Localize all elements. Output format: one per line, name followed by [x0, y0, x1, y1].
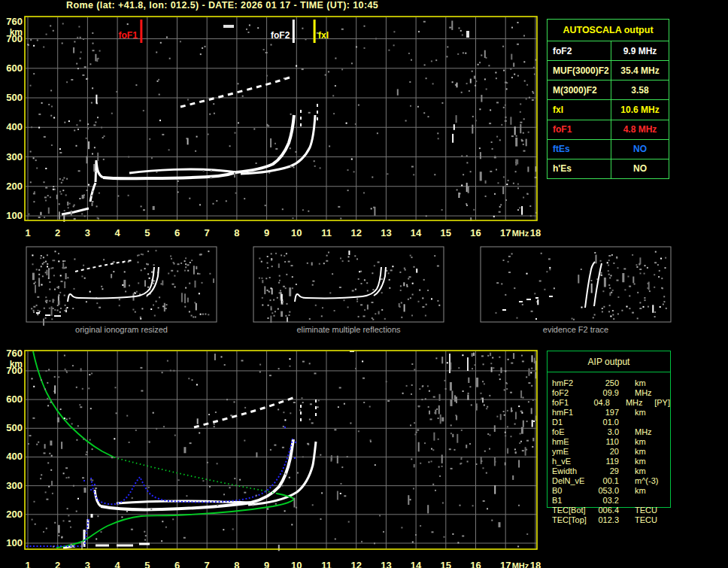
thumbnail3-caption: evidence F2 trace	[481, 325, 671, 334]
axis-tick-label: 18	[530, 560, 541, 568]
axis-tick-label: 16	[470, 227, 481, 238]
axis-tick-label: 11	[321, 560, 332, 568]
aip-row: hmE110km	[552, 437, 670, 447]
top-plot-gridlines	[26, 17, 536, 220]
f2-extraordinary-asymptote	[241, 115, 315, 174]
interference-dashes	[223, 26, 468, 38]
row-label: foF1	[548, 120, 611, 139]
plot-border	[25, 17, 537, 220]
axis-tick-label: 300	[6, 151, 23, 163]
axis-tick-label: 15	[441, 227, 451, 238]
axis-tick-label: 4	[114, 560, 120, 568]
thumbnail2-border	[253, 247, 444, 322]
thumb2-trace	[295, 267, 386, 302]
top-plot-noise	[27, 21, 537, 223]
aip-row: Ewidth29km	[552, 466, 670, 476]
axis-tick-label: 500	[6, 422, 23, 433]
table-row-fof2: foF2 9.9 MHz	[548, 41, 669, 61]
bot-f-trace-extraordinary	[117, 501, 251, 503]
axis-tick-label: 7	[205, 227, 210, 238]
aip-row: B103.2	[552, 496, 670, 506]
axis-tick-label: 7	[205, 560, 210, 568]
axis-tick-label: km	[10, 359, 23, 369]
bot-f1-cusp	[95, 490, 101, 506]
axis-tick-label: 14	[411, 560, 422, 568]
table-row-fof1: foF1 4.8 MHz	[548, 120, 669, 140]
aip-row: TEC[Top]012.3TECU	[552, 515, 670, 525]
axis-tick-label: 2	[55, 560, 60, 568]
axis-tick-label: 4	[114, 227, 120, 238]
autoscaled-trace-points	[83, 427, 296, 490]
row-label: h'Es	[548, 159, 611, 178]
bot-second-hop-asymptote	[301, 398, 316, 421]
axis-tick-label: 6	[174, 227, 180, 238]
axis-tick-label: 8	[234, 227, 239, 238]
axis-tick-label: MHz	[512, 229, 529, 238]
axis-tick-label: 14	[411, 227, 422, 238]
fxI-marker-label: fxI	[318, 30, 329, 41]
axis-tick-label: 6	[174, 560, 180, 568]
axis-tick-label: 300	[6, 480, 23, 491]
aip-row: hmF2250km	[552, 378, 670, 388]
axis-tick-label: 200	[6, 181, 23, 192]
aip-row: ymE20km	[552, 447, 670, 457]
axis-tick-label: 2	[55, 227, 60, 238]
axis-tick-label: 9	[264, 560, 269, 568]
thumb3-echo-bits	[502, 296, 553, 310]
axis-tick-label: 600	[6, 393, 23, 405]
e-f1-trace-low	[62, 183, 96, 214]
axis-tick-label: 1	[25, 227, 30, 238]
bot-interference-dashes	[350, 351, 468, 373]
row-value: NO	[611, 140, 669, 159]
f2-ordinary-asymptote	[236, 115, 294, 172]
axis-tick-label: 10	[291, 227, 302, 238]
foF1-marker-label: foF1	[119, 30, 138, 41]
row-label: foF2	[548, 41, 611, 60]
thumbnail1-caption: original ionogram resized	[26, 325, 217, 334]
axis-tick-label: 12	[350, 227, 361, 238]
aip-row: foF104.8MHz[PY]	[552, 398, 670, 408]
axis-tick-label: 500	[6, 92, 23, 103]
frequency-markers: foF1foF2fxI	[119, 20, 329, 43]
electron-density-profile-topside	[33, 351, 114, 457]
table-row-hes: h'Es NO	[548, 159, 669, 178]
aip-row: DelN_vE00.1m^(-3)	[552, 476, 670, 486]
table-row-fxi: fxI 10.6 MHz	[548, 100, 669, 120]
f1-cusp-trace	[96, 160, 103, 182]
axis-tick-label: 5	[144, 560, 150, 568]
table-row-muf3000f2: MUF(3000)F2 35.4 MHz	[548, 61, 669, 80]
axis-tick-label: 8	[234, 560, 239, 568]
axis-tick-label: 100	[6, 210, 23, 221]
bot-second-hop	[194, 397, 295, 427]
axis-tick-label: 9	[264, 227, 269, 238]
foF2-marker-label: foF2	[271, 30, 290, 41]
aip-row: hmF1197km	[552, 408, 670, 418]
row-value: 4.8 MHz	[611, 120, 669, 139]
axis-tick-label: 3	[85, 227, 90, 238]
axis-tick-label: 200	[6, 509, 23, 520]
axis-tick-label: 16	[470, 560, 481, 568]
axis-tick-label: 760	[6, 348, 23, 359]
axis-tick-label: 600	[6, 62, 23, 74]
thumbnail3-border	[481, 247, 671, 322]
aip-panel-header: AIP output	[548, 351, 670, 372]
axis-tick-label: 12	[350, 560, 361, 568]
axis-tick-label: 5	[144, 227, 150, 238]
row-label: MUF(3000)F2	[548, 61, 611, 80]
electron-density-profile-dotted	[114, 457, 277, 494]
thumbnail2-caption: eliminate multiple reflections	[253, 325, 444, 334]
second-hop-trace	[180, 77, 292, 107]
row-label: M(3000)F2	[548, 80, 611, 99]
aip-row: foE3.0MHz	[552, 427, 670, 437]
axis-tick-label: 15	[441, 560, 451, 568]
axis-tick-label: 18	[530, 227, 541, 238]
axis-tick-label: 400	[6, 121, 23, 132]
axis-tick-label: 10	[291, 560, 302, 568]
autoscala-output-panel: AUTOSCALA output foF2 9.9 MHz MUF(3000)F…	[547, 19, 669, 179]
axis-tick-label: MHz	[512, 561, 529, 568]
title-bar: Rome (lat: +41.8, lon: 012.5) - DATE: 20…	[66, 0, 378, 11]
axis-tick-label: 17	[500, 227, 511, 238]
axis-tick-label: 13	[381, 560, 391, 568]
table-row-m3000f2: M(3000)F2 3.58	[548, 80, 669, 100]
autoscala-panel-header: AUTOSCALA output	[548, 20, 669, 41]
